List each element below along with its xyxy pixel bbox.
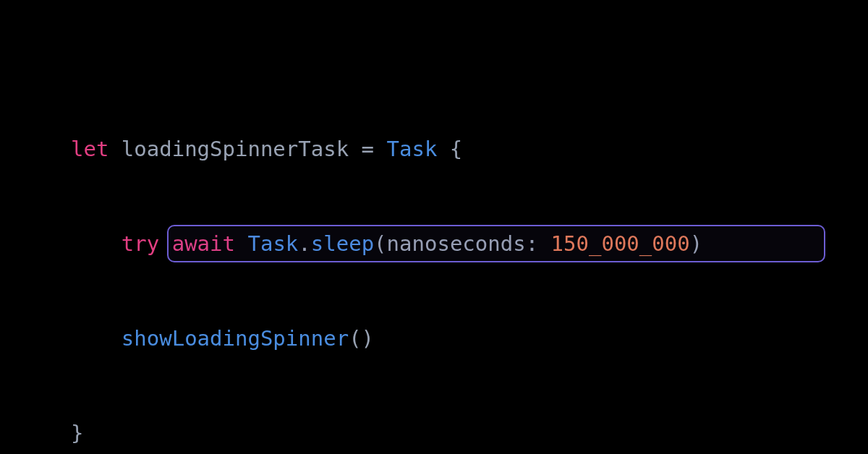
keyword-await: await bbox=[172, 231, 235, 256]
paren-close: ) bbox=[690, 231, 702, 256]
code-block: let loadingSpinnerTask = Task { try awai… bbox=[71, 71, 702, 454]
keyword-let: let bbox=[71, 137, 109, 161]
function-name: sleep bbox=[311, 231, 374, 256]
paren-open: ( bbox=[349, 326, 361, 351]
colon: : bbox=[526, 231, 538, 256]
operator-equals: = bbox=[362, 137, 374, 161]
code-line-2: try await Task.sleep(nanoseconds: 150_00… bbox=[71, 228, 702, 260]
code-line-4: } bbox=[71, 418, 702, 450]
number-literal: 150_000_000 bbox=[551, 231, 690, 256]
type-name: Task bbox=[387, 137, 438, 161]
argument-label: nanoseconds bbox=[387, 231, 526, 256]
paren-open: ( bbox=[374, 231, 386, 256]
function-name: showLoadingSpinner bbox=[122, 326, 349, 351]
paren-close: ) bbox=[362, 326, 374, 351]
identifier: loadingSpinnerTask bbox=[122, 137, 349, 161]
keyword-try: try bbox=[122, 231, 159, 256]
dot: . bbox=[298, 231, 310, 256]
type-name: Task bbox=[247, 231, 298, 256]
code-line-3: showLoadingSpinner() bbox=[71, 323, 702, 355]
brace-close: } bbox=[71, 421, 83, 445]
brace-open: { bbox=[450, 137, 462, 161]
code-line-1: let loadingSpinnerTask = Task { bbox=[71, 134, 702, 166]
